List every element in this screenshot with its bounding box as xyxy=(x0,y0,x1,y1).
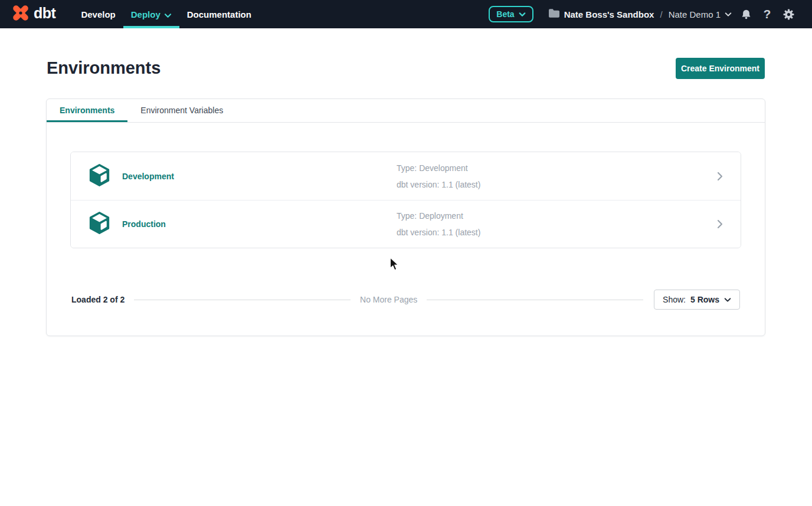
nav-item-label: Develop xyxy=(81,9,115,19)
nav-right-section: Beta Nate Boss's Sandbox / Nate Demo 1 ? xyxy=(489,0,812,28)
rows-value: 5 Rows xyxy=(690,295,719,304)
environment-meta: Type: Development dbt version: 1.1 (late… xyxy=(397,160,717,193)
card-tab-bar: Environments Environment Variables xyxy=(47,99,765,123)
project-name: Nate Demo 1 xyxy=(669,9,721,19)
environment-type: Type: Deployment xyxy=(397,208,717,224)
folder-icon xyxy=(549,9,559,20)
environment-row-left: Development xyxy=(89,163,397,189)
environment-name-link[interactable]: Development xyxy=(122,172,174,181)
account-breadcrumb: Nate Boss's Sandbox / Nate Demo 1 xyxy=(549,9,732,20)
top-navigation-bar: dbt Develop Deploy Documentation Beta Na… xyxy=(0,0,812,28)
environment-row-development[interactable]: Development Type: Development dbt versio… xyxy=(71,152,741,200)
environment-version: dbt version: 1.1 (latest) xyxy=(397,176,717,193)
divider-line xyxy=(134,300,351,300)
beta-label: Beta xyxy=(496,9,514,19)
environment-cube-icon xyxy=(89,163,110,189)
chevron-right-icon[interactable] xyxy=(717,219,723,229)
tab-environments[interactable]: Environments xyxy=(47,99,127,122)
nav-item-label: Deploy xyxy=(131,9,161,19)
divider-line xyxy=(427,300,643,300)
environment-list: Development Type: Development dbt versio… xyxy=(70,152,741,248)
loaded-count: Loaded 2 of 2 xyxy=(71,295,125,304)
account-name[interactable]: Nate Boss's Sandbox xyxy=(564,9,654,19)
environment-version: dbt version: 1.1 (latest) xyxy=(397,224,717,241)
project-selector[interactable]: Nate Demo 1 xyxy=(669,9,732,19)
rows-per-page-dropdown[interactable]: Show: 5 Rows xyxy=(654,290,740,310)
no-more-pages-label: No More Pages xyxy=(360,295,417,304)
chevron-down-icon xyxy=(164,10,172,20)
help-icon[interactable]: ? xyxy=(760,5,774,23)
chevron-right-icon[interactable] xyxy=(717,172,723,181)
chevron-down-icon xyxy=(724,297,731,303)
chevron-down-icon xyxy=(725,12,732,17)
breadcrumb-separator: / xyxy=(659,9,663,19)
dbt-logo[interactable]: dbt xyxy=(0,0,60,28)
chevron-down-icon xyxy=(519,12,526,17)
settings-gear-icon[interactable] xyxy=(781,5,795,23)
environment-cube-icon xyxy=(89,211,110,237)
environment-name-link[interactable]: Production xyxy=(122,219,166,229)
tab-environment-variables[interactable]: Environment Variables xyxy=(127,99,236,122)
nav-item-label: Documentation xyxy=(187,9,251,19)
pagination-footer: Loaded 2 of 2 No More Pages Show: 5 Rows xyxy=(71,290,740,310)
environment-meta: Type: Deployment dbt version: 1.1 (lates… xyxy=(397,208,717,241)
notifications-bell-icon[interactable] xyxy=(739,5,753,23)
primary-nav-menu: Develop Deploy Documentation xyxy=(73,0,259,28)
create-environment-button[interactable]: Create Environment xyxy=(676,58,765,79)
nav-item-documentation[interactable]: Documentation xyxy=(179,0,259,28)
nav-item-develop[interactable]: Develop xyxy=(73,0,123,28)
show-label: Show: xyxy=(663,295,686,304)
nav-item-deploy[interactable]: Deploy xyxy=(123,0,179,28)
dbt-logo-icon xyxy=(12,4,30,24)
environments-card: Environments Environment Variables Devel… xyxy=(46,98,765,336)
environment-row-production[interactable]: Production Type: Deployment dbt version:… xyxy=(71,200,741,248)
environment-row-left: Production xyxy=(89,211,397,237)
beta-dropdown[interactable]: Beta xyxy=(489,6,533,22)
environment-type: Type: Development xyxy=(397,160,717,176)
page-title: Environments xyxy=(47,58,161,78)
brand-wordmark: dbt xyxy=(34,5,55,24)
